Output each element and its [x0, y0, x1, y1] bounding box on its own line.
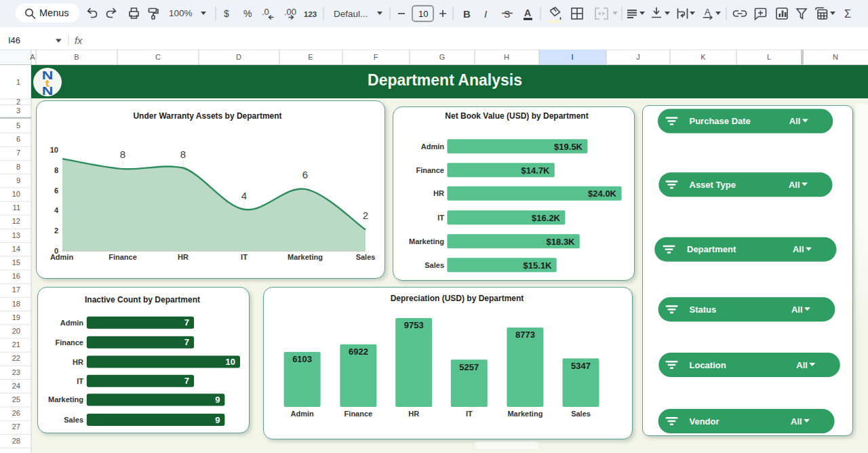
svg-text:Asset Type: Asset Type — [690, 180, 736, 190]
svg-text:8: 8 — [54, 166, 58, 174]
svg-text:2: 2 — [16, 98, 20, 106]
svg-text:8: 8 — [120, 149, 125, 160]
svg-text:Admin: Admin — [50, 253, 74, 261]
svg-text:25: 25 — [12, 395, 20, 403]
svg-text:20: 20 — [12, 327, 20, 335]
svg-text:Purchase Date: Purchase Date — [690, 116, 751, 126]
svg-text:B: B — [463, 8, 471, 20]
svg-text:All: All — [791, 304, 803, 315]
svg-text:S: S — [504, 9, 510, 20]
svg-text:6: 6 — [302, 169, 308, 180]
svg-text:HR: HR — [73, 358, 83, 366]
svg-text:I: I — [571, 53, 573, 61]
svg-text:Under Warranty Assets by Depar: Under Warranty Assets by Department — [133, 111, 281, 121]
svg-text:Finance: Finance — [108, 253, 137, 261]
svg-text:8: 8 — [180, 149, 186, 160]
svg-text:3: 3 — [16, 106, 20, 115]
svg-text:$16.2K: $16.2K — [532, 213, 561, 223]
svg-text:J: J — [636, 53, 640, 61]
svg-text:26: 26 — [12, 409, 20, 417]
svg-text:Marketing: Marketing — [48, 395, 83, 403]
svg-text:IT: IT — [77, 377, 83, 385]
svg-text:11: 11 — [13, 203, 20, 212]
svg-text:24: 24 — [12, 382, 20, 390]
svg-text:A: A — [524, 7, 531, 18]
svg-text:12: 12 — [12, 217, 20, 225]
svg-text:9: 9 — [16, 176, 20, 184]
svg-text:2: 2 — [54, 226, 58, 235]
svg-text:7: 7 — [184, 317, 189, 328]
svg-text:16: 16 — [12, 272, 20, 280]
svg-text:10: 10 — [12, 190, 20, 198]
svg-text:Finance: Finance — [55, 338, 83, 347]
svg-text:IT: IT — [437, 214, 444, 222]
svg-text:Location: Location — [690, 360, 726, 370]
svg-text:14: 14 — [12, 245, 20, 253]
svg-text:C: C — [155, 53, 161, 61]
svg-text:Admin: Admin — [60, 319, 84, 327]
svg-text:22: 22 — [12, 354, 20, 362]
svg-text:.00: .00 — [284, 7, 296, 17]
svg-text:Sales: Sales — [64, 416, 83, 424]
svg-text:15: 15 — [12, 258, 20, 267]
svg-text:23: 23 — [12, 368, 20, 376]
svg-text:Sales: Sales — [571, 410, 591, 418]
svg-text:6922: 6922 — [349, 347, 368, 357]
svg-text:Admin: Admin — [290, 410, 314, 418]
svg-text:IT: IT — [241, 253, 248, 261]
svg-text:Depreciation (USD) by Departme: Depreciation (USD) by Department — [391, 294, 524, 303]
svg-text:G: G — [439, 53, 446, 61]
svg-text:All: All — [791, 416, 802, 427]
svg-text:HR: HR — [408, 410, 419, 418]
svg-text:2: 2 — [363, 210, 368, 221]
svg-text:Marketing: Marketing — [288, 253, 323, 261]
svg-text:I: I — [484, 8, 487, 20]
svg-text:E: E — [308, 53, 313, 61]
svg-text:F: F — [374, 53, 378, 61]
svg-text:Status: Status — [690, 304, 717, 315]
svg-text:D: D — [236, 53, 241, 61]
svg-text:All: All — [793, 244, 804, 254]
svg-text:27: 27 — [12, 422, 20, 431]
svg-text:$18.3K: $18.3K — [547, 237, 576, 247]
svg-text:Department: Department — [687, 244, 736, 254]
svg-text:%: % — [243, 8, 252, 19]
svg-text:8: 8 — [16, 163, 20, 171]
svg-text:10: 10 — [226, 357, 235, 367]
svg-text:All: All — [789, 180, 800, 190]
svg-text:$14.7K: $14.7K — [521, 165, 551, 176]
svg-text:Net Book Value (USD) by Depart: Net Book Value (USD) by Department — [445, 111, 588, 121]
svg-text:Defaul...: Defaul... — [334, 9, 368, 19]
svg-text:IT: IT — [466, 410, 473, 418]
svg-text:K: K — [701, 53, 706, 61]
svg-text:L: L — [767, 53, 771, 61]
svg-text:HR: HR — [433, 189, 444, 197]
svg-text:4: 4 — [241, 190, 247, 201]
svg-text:I46: I46 — [8, 35, 20, 45]
svg-text:All: All — [796, 360, 808, 370]
svg-text:$15.1K: $15.1K — [524, 260, 553, 271]
svg-text:Finance: Finance — [344, 410, 373, 418]
svg-text:All: All — [789, 116, 801, 126]
svg-text:Marketing: Marketing — [409, 237, 444, 245]
svg-text:H: H — [504, 53, 509, 61]
svg-text:10: 10 — [418, 9, 428, 19]
svg-text:28: 28 — [12, 437, 20, 445]
svg-text:9753: 9753 — [404, 320, 424, 330]
svg-text:1: 1 — [16, 78, 20, 86]
svg-text:6: 6 — [54, 186, 58, 195]
svg-text:5: 5 — [16, 121, 20, 130]
svg-text:Finance: Finance — [416, 166, 444, 174]
svg-text:8773: 8773 — [515, 330, 535, 340]
svg-text:5347: 5347 — [571, 361, 591, 371]
svg-text:7: 7 — [16, 149, 20, 157]
svg-text:19: 19 — [12, 313, 20, 321]
svg-text:$24.0K: $24.0K — [588, 189, 617, 199]
svg-text:5257: 5257 — [459, 362, 479, 372]
svg-text:13: 13 — [12, 231, 20, 239]
svg-text:123: 123 — [304, 10, 317, 18]
svg-text:A: A — [30, 53, 35, 61]
svg-text:.0: .0 — [262, 7, 269, 17]
svg-text:6103: 6103 — [292, 354, 312, 364]
svg-text:18: 18 — [12, 300, 20, 308]
